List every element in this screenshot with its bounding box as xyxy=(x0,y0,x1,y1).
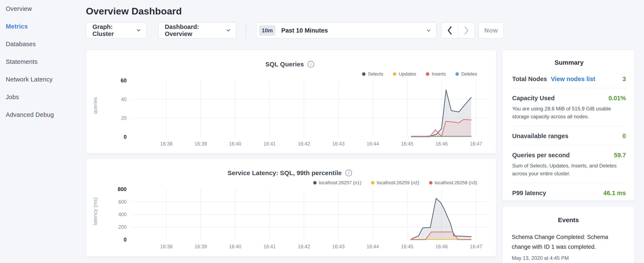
summary-row-qps: Queries per second 59.7 Sum of Selects, … xyxy=(512,145,626,183)
svg-text:16:44: 16:44 xyxy=(366,244,379,249)
svg-text:16:42: 16:42 xyxy=(298,141,310,147)
right-column: Summary Total Nodes View nodes list 3 Ca… xyxy=(502,50,635,263)
sidebar-item-statements[interactable]: Statements xyxy=(0,53,86,71)
p99-latency-value: 46.1 ms xyxy=(604,190,626,197)
svg-text:16:38: 16:38 xyxy=(160,141,172,147)
page-title: Overview Dashboard xyxy=(86,6,644,17)
event-message: Schema Change Completed: Schema change w… xyxy=(512,232,625,252)
svg-text:400: 400 xyxy=(118,212,127,217)
svg-text:0: 0 xyxy=(124,134,126,140)
main-content: Overview Dashboard Graph: Cluster Dashbo… xyxy=(86,0,644,263)
sidebar-item-network-latency[interactable]: Network Latency xyxy=(0,71,86,88)
chart-title: SQL Queries xyxy=(265,61,304,68)
legend-item-deletes: Deletes xyxy=(456,71,477,77)
summary-row-unavailable-ranges: Unavailable ranges 0 xyxy=(512,126,626,145)
charts-column: SQL Queries i SelectsUpdatesInsertsDelet… xyxy=(86,50,496,256)
time-range-picker[interactable]: 10m Past 10 Minutes xyxy=(256,22,436,39)
svg-text:16:43: 16:43 xyxy=(332,141,344,147)
sql-queries-chart-card: SQL Queries i SelectsUpdatesInsertsDelet… xyxy=(86,50,496,154)
dashboard-dropdown[interactable]: Dashboard: Overview xyxy=(158,22,236,39)
next-time-button[interactable] xyxy=(458,23,474,38)
time-nav-group xyxy=(441,22,475,39)
graph-dropdown[interactable]: Graph: Cluster xyxy=(86,22,146,39)
chevron-down-icon xyxy=(226,28,230,32)
info-icon[interactable]: i xyxy=(345,169,352,177)
capacity-used-value: 0.01% xyxy=(608,95,626,102)
service-latency-plot[interactable]: 16:3816:3916:4016:4116:4216:4316:4416:45… xyxy=(99,187,487,251)
sidebar-item-overview[interactable]: Overview xyxy=(0,0,86,18)
svg-text:i: i xyxy=(310,62,312,67)
sidebar-item-databases[interactable]: Databases xyxy=(0,35,86,53)
sidebar-item-advanced-debug[interactable]: Advanced Debug xyxy=(0,106,86,124)
sql-queries-plot[interactable]: 16:3816:3916:4016:4116:4216:4316:4416:45… xyxy=(99,78,487,148)
chart-legend: SelectsUpdatesInsertsDeletes xyxy=(93,71,477,77)
toolbar-divider xyxy=(246,22,246,39)
svg-text:16:40: 16:40 xyxy=(229,141,241,147)
svg-text:i: i xyxy=(348,170,349,176)
svg-text:16:41: 16:41 xyxy=(264,141,276,147)
summary-row-capacity: Capacity Used 0.01% You are using 28.6 M… xyxy=(512,88,626,126)
chart-legend: localhost:26257 (n1)localhost:26259 (n2)… xyxy=(93,180,477,185)
capacity-used-description: You are using 28.6 MiB of 515.9 GiB usab… xyxy=(512,105,626,120)
legend-item-localhost-26258-n3-: localhost:26258 (n3) xyxy=(429,180,477,185)
total-nodes-label: Total Nodes xyxy=(512,76,547,83)
queries-per-second-description: Sum of Selects, Updates, Inserts, and De… xyxy=(512,162,626,177)
events-title: Events xyxy=(512,216,625,224)
svg-text:16:42: 16:42 xyxy=(298,244,310,249)
queries-per-second-value: 59.7 xyxy=(614,152,626,159)
svg-text:16:43: 16:43 xyxy=(332,244,344,249)
svg-text:16:39: 16:39 xyxy=(194,244,207,249)
chart-title: Service Latency: SQL, 99th percentile xyxy=(228,169,342,177)
legend-dot xyxy=(371,181,374,184)
svg-text:16:45: 16:45 xyxy=(401,141,413,147)
info-icon[interactable]: i xyxy=(307,61,314,68)
svg-text:200: 200 xyxy=(118,224,127,230)
p99-latency-label: P99 latency xyxy=(512,190,546,197)
svg-text:800: 800 xyxy=(118,187,126,192)
chart-body: queries 16:3816:3916:4016:4116:4216:4316… xyxy=(93,78,487,148)
chevron-down-icon xyxy=(427,28,430,32)
svg-text:600: 600 xyxy=(118,199,127,205)
svg-text:16:46: 16:46 xyxy=(436,244,448,249)
legend-dot xyxy=(362,72,366,76)
unavailable-ranges-value: 0 xyxy=(622,133,626,140)
summary-row-total-nodes: Total Nodes View nodes list 3 xyxy=(512,69,626,88)
svg-text:16:44: 16:44 xyxy=(366,141,379,147)
summary-panel: Summary Total Nodes View nodes list 3 Ca… xyxy=(502,50,635,201)
legend-dot xyxy=(429,181,432,184)
view-nodes-list-link[interactable]: View nodes list xyxy=(551,76,595,83)
dashboard-dropdown-label: Dashboard: Overview xyxy=(165,24,222,38)
legend-item-localhost-26257-n1-: localhost:26257 (n1) xyxy=(313,180,361,185)
sidebar: Overview Metrics Databases Statements Ne… xyxy=(0,0,86,124)
legend-dot xyxy=(426,72,429,76)
svg-text:0: 0 xyxy=(124,237,126,242)
legend-dot xyxy=(313,181,316,184)
chevron-left-icon xyxy=(447,26,452,35)
x-axis-labels: 16:3816:3916:4016:4116:4216:4316:4416:45… xyxy=(160,244,482,249)
time-range-label: Past 10 Minutes xyxy=(281,27,427,34)
legend-item-inserts: Inserts xyxy=(426,71,446,77)
y-axis-labels: 0204060 xyxy=(120,78,126,140)
chart-header: SQL Queries i xyxy=(93,61,487,68)
y-axis-title: queries xyxy=(92,78,98,133)
legend-dot xyxy=(456,72,459,76)
toolbar: Graph: Cluster Dashboard: Overview 10m P… xyxy=(86,22,644,39)
time-range-badge: 10m xyxy=(259,25,275,36)
chevron-down-icon xyxy=(137,28,140,32)
sidebar-item-metrics[interactable]: Metrics xyxy=(0,18,86,35)
events-panel: Events Schema Change Completed: Schema c… xyxy=(502,206,635,263)
unavailable-ranges-label: Unavailable ranges xyxy=(512,133,568,140)
event-item[interactable]: Schema Change Completed: Schema change w… xyxy=(512,232,625,261)
svg-text:16:40: 16:40 xyxy=(229,244,241,249)
graph-dropdown-label: Graph: Cluster xyxy=(92,24,133,38)
now-button[interactable]: Now xyxy=(478,22,504,39)
svg-text:16:47: 16:47 xyxy=(470,141,482,147)
total-nodes-value: 3 xyxy=(622,76,626,83)
sidebar-item-jobs[interactable]: Jobs xyxy=(0,88,86,106)
legend-item-selects: Selects xyxy=(362,71,383,77)
service-latency-chart-card: Service Latency: SQL, 99th percentile i … xyxy=(86,158,496,256)
summary-row-p99-latency: P99 latency 46.1 ms xyxy=(512,183,626,201)
capacity-used-label: Capacity Used xyxy=(512,95,555,102)
svg-text:16:38: 16:38 xyxy=(160,244,172,249)
previous-time-button[interactable] xyxy=(442,23,458,38)
